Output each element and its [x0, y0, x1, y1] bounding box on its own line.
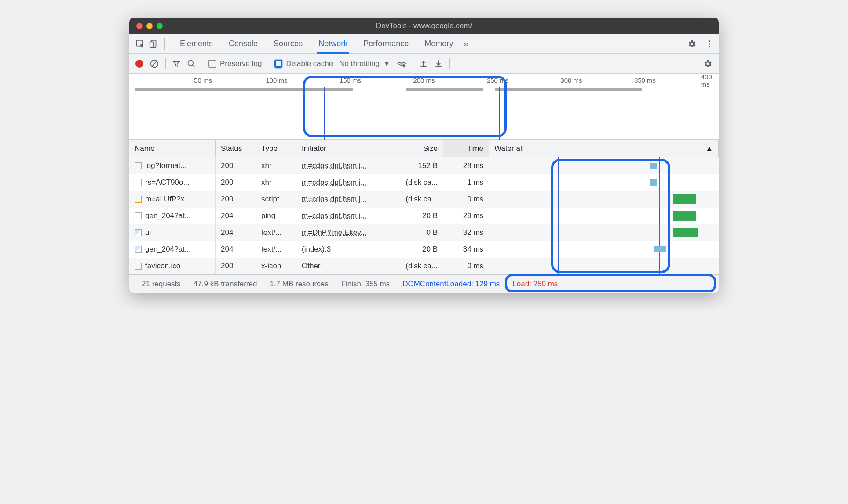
svg-line-7: [152, 61, 157, 66]
minimize-window-button[interactable]: [146, 23, 153, 29]
timeline-overview[interactable]: 50 ms 100 ms 150 ms 200 ms 250 ms 300 ms…: [129, 74, 719, 140]
svg-point-4: [709, 43, 710, 45]
svg-point-3: [709, 40, 710, 42]
throttling-label: No throttling: [339, 59, 380, 68]
table-row[interactable]: log?format... 200 xhr m=cdos,dpf,hsm,j..…: [129, 157, 719, 174]
column-header-type[interactable]: Type: [256, 140, 296, 157]
timeline-tick: 100 ms: [266, 77, 287, 84]
tab-memory[interactable]: Memory: [423, 34, 455, 54]
summary-domcontentloaded: DOMContentLoaded: 129 ms: [396, 280, 506, 289]
dropdown-arrow-icon: ▼: [383, 59, 391, 68]
device-toggle-icon[interactable]: [147, 37, 160, 51]
preserve-log-checkbox[interactable]: Preserve log: [208, 59, 262, 68]
svg-rect-11: [420, 66, 426, 67]
svg-point-5: [709, 46, 710, 47]
download-har-icon[interactable]: [434, 59, 443, 68]
kebab-menu-icon[interactable]: [705, 39, 714, 49]
table-row[interactable]: gen_204?at... 204 text/... (index):3 20 …: [129, 241, 719, 258]
more-tabs-icon[interactable]: »: [464, 39, 468, 49]
annotation-highlight: [303, 76, 506, 137]
upload-har-icon[interactable]: [419, 59, 428, 68]
network-settings-icon[interactable]: [703, 59, 713, 69]
table-row[interactable]: m=aLUfP?x... 200 script m=cdos,dpf,hsm,j…: [129, 191, 719, 208]
close-window-button[interactable]: [136, 23, 143, 29]
tab-performance[interactable]: Performance: [362, 34, 410, 54]
column-header-status[interactable]: Status: [216, 140, 256, 157]
svg-rect-2: [150, 42, 153, 47]
summary-requests: 21 requests: [135, 280, 187, 289]
request-table: log?format... 200 xhr m=cdos,dpf,hsm,j..…: [129, 157, 719, 274]
summary-finish: Finish: 355 ms: [335, 280, 396, 289]
svg-rect-12: [435, 66, 441, 67]
window-titlebar: DevTools - www.google.com/: [129, 18, 719, 34]
svg-line-9: [193, 65, 195, 67]
network-conditions-icon[interactable]: [397, 59, 406, 69]
column-header-size[interactable]: Size: [392, 140, 443, 157]
annotation-highlight: [505, 274, 716, 292]
summary-resources: 1.7 MB resources: [263, 280, 334, 289]
table-row[interactable]: rs=ACT90o... 200 xhr m=cdos,dpf,hsm,j...…: [129, 174, 719, 191]
svg-point-8: [188, 60, 194, 66]
devtools-window: DevTools - www.google.com/ Elements Cons…: [129, 18, 719, 293]
tab-console[interactable]: Console: [227, 34, 260, 54]
column-header-time[interactable]: Time: [443, 140, 489, 157]
network-toolbar: Preserve log Disable cache No throttling…: [129, 54, 719, 74]
search-icon[interactable]: [187, 59, 196, 68]
summary-bar: 21 requests 47.9 kB transferred 1.7 MB r…: [129, 274, 719, 293]
table-row[interactable]: gen_204?at... 204 ping m=cdos,dpf,hsm,j.…: [129, 208, 719, 224]
throttling-dropdown[interactable]: No throttling ▼: [339, 59, 391, 68]
summary-transferred: 47.9 kB transferred: [187, 280, 263, 289]
panel-tabs: Elements Console Sources Network Perform…: [178, 34, 455, 54]
disable-cache-label: Disable cache: [286, 59, 333, 68]
table-header: Name Status Type Initiator Size Time Wat…: [129, 140, 719, 157]
table-row[interactable]: ui 204 text/... m=DhPYme,Ekev... 0 B 32 …: [129, 224, 719, 241]
preserve-log-label: Preserve log: [220, 59, 262, 68]
window-title: DevTools - www.google.com/: [376, 22, 472, 30]
timeline-tick: 50 ms: [194, 77, 212, 84]
settings-icon[interactable]: [687, 39, 697, 49]
column-header-name[interactable]: Name: [129, 140, 216, 157]
timeline-tick: 350 ms: [634, 77, 656, 84]
filter-icon[interactable]: [172, 59, 181, 68]
column-header-waterfall[interactable]: Waterfall ▲: [489, 140, 719, 157]
sort-arrow-icon: ▲: [705, 144, 713, 153]
maximize-window-button[interactable]: [157, 23, 163, 29]
traffic-lights: [136, 23, 163, 29]
tab-elements[interactable]: Elements: [178, 34, 215, 54]
tabs-bar: Elements Console Sources Network Perform…: [129, 34, 719, 54]
inspect-element-icon[interactable]: [134, 37, 147, 51]
record-button[interactable]: [135, 60, 143, 68]
timeline-tick: 400 ms: [701, 73, 713, 88]
timeline-tick: 300 ms: [560, 77, 582, 84]
table-row[interactable]: favicon.ico 200 x-icon Other (disk ca...…: [129, 258, 719, 274]
svg-point-10: [402, 65, 405, 67]
tab-sources[interactable]: Sources: [272, 34, 304, 54]
clear-icon[interactable]: [150, 59, 159, 69]
tab-network[interactable]: Network: [317, 34, 349, 54]
disable-cache-checkbox[interactable]: Disable cache: [274, 59, 333, 68]
column-header-initiator[interactable]: Initiator: [296, 140, 392, 157]
